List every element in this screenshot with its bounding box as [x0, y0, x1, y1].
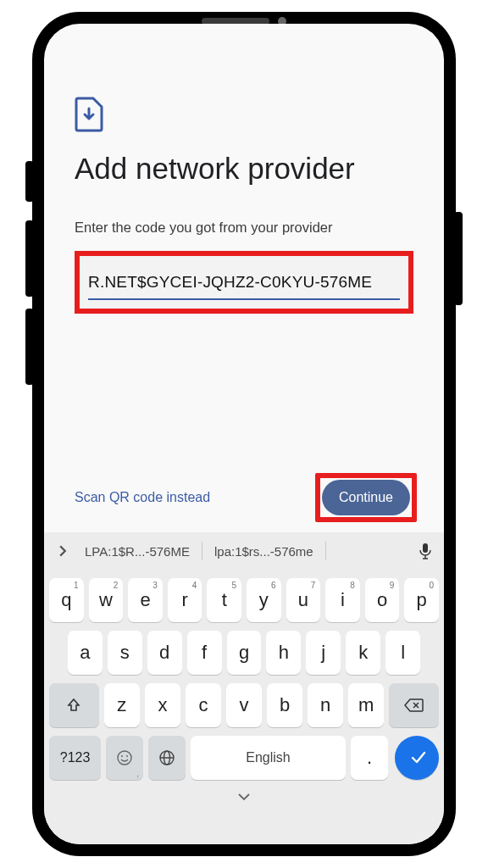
key-w[interactable]: w2	[89, 578, 124, 622]
activation-code-input[interactable]	[88, 270, 400, 300]
key-period[interactable]: .	[351, 736, 388, 780]
phone-screen: Add network provider Enter the code you …	[44, 24, 444, 844]
key-s[interactable]: s	[108, 631, 142, 675]
key-b[interactable]: b	[267, 683, 302, 727]
key-shift[interactable]	[49, 683, 99, 727]
svg-point-1	[118, 751, 131, 765]
sim-download-icon	[75, 97, 103, 132]
key-d[interactable]: d	[147, 631, 182, 675]
expand-suggestions-icon[interactable]	[53, 541, 73, 561]
code-input-highlight	[75, 251, 413, 314]
key-z[interactable]: z	[104, 683, 140, 727]
page-title: Add network provider	[75, 151, 413, 186]
svg-point-2	[121, 755, 123, 757]
key-e[interactable]: e3	[128, 578, 163, 622]
key-o[interactable]: o9	[365, 578, 400, 622]
page-subtitle: Enter the code you got from your provide…	[75, 220, 413, 236]
key-m[interactable]: m	[348, 683, 384, 727]
key-u[interactable]: u7	[286, 578, 321, 622]
key-r[interactable]: r4	[168, 578, 202, 622]
key-v[interactable]: v	[226, 683, 262, 727]
keyboard-row: ?123 , English .	[49, 736, 439, 780]
divider	[325, 542, 326, 560]
key-g[interactable]: g	[227, 631, 262, 675]
continue-button-highlight: Continue	[315, 473, 417, 522]
key-j[interactable]: j	[306, 631, 341, 675]
keyboard-suggestion-bar: LPA:1$R...-576ME lpa:1$rs...-576me	[44, 532, 444, 570]
svg-rect-0	[423, 543, 428, 553]
continue-button[interactable]: Continue	[322, 480, 410, 515]
key-space[interactable]: English	[191, 736, 347, 780]
key-i[interactable]: i8	[325, 578, 360, 622]
key-p[interactable]: p0	[404, 578, 439, 622]
key-emoji[interactable]: ,	[106, 736, 143, 780]
action-row: Scan QR code instead Continue	[75, 473, 417, 522]
key-backspace[interactable]	[389, 683, 439, 727]
key-x[interactable]: x	[145, 683, 180, 727]
scan-qr-link[interactable]: Scan QR code instead	[75, 490, 210, 505]
divider	[202, 542, 202, 560]
nav-collapse-icon[interactable]	[49, 788, 439, 805]
key-language[interactable]	[148, 736, 186, 780]
key-y[interactable]: y6	[247, 578, 281, 622]
key-enter[interactable]	[395, 736, 439, 780]
key-n[interactable]: n	[308, 683, 343, 727]
key-k[interactable]: k	[346, 631, 380, 675]
key-t[interactable]: t5	[207, 578, 241, 622]
key-q[interactable]: q1	[49, 578, 84, 622]
key-f[interactable]: f	[187, 631, 222, 675]
svg-point-3	[126, 755, 128, 757]
key-a[interactable]: a	[68, 631, 103, 675]
key-symbols[interactable]: ?123	[49, 736, 101, 780]
keyboard-row: z x c v b n m	[49, 683, 439, 727]
suggestion-item[interactable]: lpa:1$rs...-576me	[209, 544, 319, 559]
keyboard-row: q1 w2 e3 r4 t5 y6 u7 i8 o9 p0	[49, 578, 439, 622]
key-l[interactable]: l	[385, 631, 420, 675]
main-content: Add network provider Enter the code you …	[44, 63, 444, 314]
mic-icon[interactable]	[415, 541, 435, 561]
key-c[interactable]: c	[186, 683, 221, 727]
keyboard: q1 w2 e3 r4 t5 y6 u7 i8 o9 p0 a s d f g …	[44, 570, 444, 844]
keyboard-row: a s d f g h j k l	[49, 631, 439, 675]
suggestion-item[interactable]: LPA:1$R...-576ME	[80, 544, 195, 559]
phone-frame: Add network provider Enter the code you …	[32, 12, 456, 856]
key-h[interactable]: h	[266, 631, 301, 675]
